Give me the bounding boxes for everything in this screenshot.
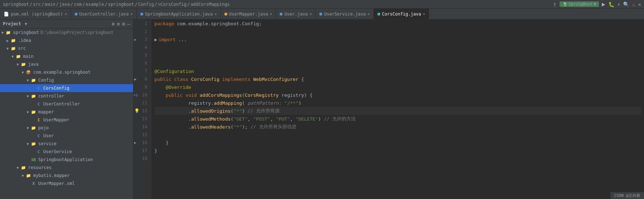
tree-item-17[interactable]: ▼📁resources (0, 164, 133, 172)
breadcrumb-springboot[interactable]: springboot (3, 2, 29, 7)
gutter-bookmark-icon-10[interactable]: @ (136, 93, 137, 97)
tab-usermapper[interactable]: UserMapper.java ✕ (221, 9, 276, 19)
tree-icon-1: 📁 (10, 38, 17, 43)
tree-icon-7: C (35, 86, 42, 91)
close-icon[interactable]: ✕ (638, 1, 641, 7)
tree-item-4[interactable]: ▼📁java (0, 60, 133, 68)
tree-label-9: UserController (43, 101, 80, 107)
breadcrumb-src[interactable]: src (33, 2, 41, 7)
tree-item-3[interactable]: ▼📁main (0, 52, 133, 60)
tree-item-16[interactable]: SBSpringbootApplication (0, 156, 133, 164)
tree-item-14[interactable]: ▼📁service (0, 140, 133, 148)
tree-arrow-3[interactable]: ▼ (10, 55, 15, 59)
dropdown-icon: ▼ (593, 2, 596, 7)
tab-usercont-close[interactable]: ✕ (131, 12, 133, 16)
tree-arrow-6[interactable]: ▼ (25, 78, 30, 82)
tab-usermapper-label: UserMapper.java (229, 12, 268, 17)
breadcrumb-main[interactable]: main (45, 2, 55, 7)
gutter-icons-10: ⊙ @ (133, 93, 138, 97)
gutter-run-icon-10[interactable]: ⊙ (133, 93, 135, 97)
tree-arrow-0[interactable]: ▼ (0, 31, 5, 35)
tree-arrow-17[interactable]: ▼ (15, 166, 20, 170)
tab-usermapper-close[interactable]: ✕ (270, 12, 272, 16)
tab-corsconfig-close[interactable]: ✕ (423, 12, 425, 16)
tree-arrow-18[interactable]: ▼ (20, 174, 25, 178)
sidebar-icon-new[interactable]: ⊕ (111, 21, 114, 27)
str-pattern: "/**" (284, 100, 298, 106)
code-content[interactable]: package com.example.springboot.Config; ▶… (152, 20, 644, 199)
gutter-fold-3[interactable]: ▶ (134, 38, 136, 42)
breadcrumb-com[interactable]: com (74, 2, 82, 7)
search-icon[interactable]: 🔍 (623, 1, 629, 7)
tree-arrow-2[interactable]: ▼ (5, 47, 10, 51)
tab-pom-close[interactable]: ✕ (65, 12, 67, 16)
tab-usercont[interactable]: UserController.java ✕ (71, 9, 137, 19)
gutter-hint-12[interactable]: 💡 (134, 108, 140, 113)
pkg-name: com.example.springboot.Config (177, 21, 259, 26)
paren-11b: ) (298, 100, 301, 106)
tab-springbootapp-close[interactable]: ✕ (215, 12, 217, 16)
profile-icon[interactable]: ⚡ (617, 1, 620, 7)
tab-user[interactable]: User.java ✕ (276, 9, 316, 19)
tree-item-11[interactable]: IUserMapper (0, 116, 133, 124)
sidebar-icon-gear[interactable]: ⚙ (122, 21, 125, 27)
tree-item-19[interactable]: XUserMapper.xml (0, 179, 133, 187)
tab-springbootapp[interactable]: SpringbootApplication.java ✕ (137, 9, 221, 19)
breadcrumb-java[interactable]: java (60, 2, 70, 7)
breadcrumb-corsconfig[interactable]: CorsConfig (161, 2, 187, 7)
tree-arrow-8[interactable]: ▼ (25, 94, 30, 98)
tree-arrow-5[interactable]: ▼ (20, 70, 25, 74)
sidebar-icon-minus[interactable]: — (127, 21, 130, 27)
tree-label-1: .idea (18, 38, 31, 43)
tree-item-15[interactable]: CUserService (0, 148, 133, 156)
comma-13c: , (290, 116, 296, 122)
tab-corsconfig[interactable]: CorsConfig.java ✕ (374, 9, 429, 19)
breadcrumb-example[interactable]: example (86, 2, 104, 7)
line-num-1: 1 (145, 21, 147, 26)
sidebar-icon-collapse[interactable]: ≡ (117, 21, 120, 27)
gutter-run-8[interactable]: ▶ (134, 77, 137, 82)
alert-icon[interactable]: ⚠ (632, 1, 635, 7)
tree-item-18[interactable]: ▼📁mybatis.mapper (0, 172, 133, 179)
tab-userservice[interactable]: UserService.java ✕ (316, 9, 374, 19)
tree-item-8[interactable]: ▼📁controller (0, 92, 133, 100)
tree-arrow-4[interactable]: ▼ (15, 62, 20, 66)
tree-icon-10: 📁 (30, 110, 37, 114)
tab-pom[interactable]: 📄 pom.xml (springBoot) ✕ (0, 9, 71, 19)
tree-label-18: mybatis.mapper (33, 173, 70, 178)
springboot-run-btn[interactable]: 🍃 SpringBoot ▼ (560, 1, 599, 7)
tree-item-2[interactable]: ▼📁src (0, 44, 133, 52)
tree-item-13[interactable]: CUser (0, 132, 133, 140)
indent-14 (154, 124, 188, 130)
tree-item-10[interactable]: ▼📁mapper (0, 108, 133, 116)
tab-corsconfig-dot (377, 13, 380, 16)
gutter-fold-16[interactable]: ▶ (134, 141, 136, 144)
tree-arrow-12[interactable]: ▼ (25, 126, 30, 130)
tree-item-1[interactable]: ▶📁.idea (0, 36, 133, 44)
tab-user-close[interactable]: ✕ (310, 12, 312, 16)
breadcrumb-config[interactable]: Config (138, 2, 154, 7)
breadcrumb-springboot2[interactable]: springboot (108, 2, 134, 7)
springboot-icon: 🍃 (562, 2, 568, 7)
tree-arrow-10[interactable]: ▼ (25, 110, 30, 114)
tree-item-7[interactable]: CCorsConfig (0, 84, 133, 92)
tree-arrow-1[interactable]: ▶ (5, 39, 10, 43)
iface-webmvc: WebMvcConfigurer (253, 77, 301, 82)
tree-arrow-14[interactable]: ▼ (25, 142, 30, 146)
paren-13b: ) (318, 116, 324, 122)
tree-item-6[interactable]: ▼📁Config (0, 76, 133, 84)
tree-item-0[interactable]: ▼📁springboot D:\developProject\springboo… (0, 29, 133, 36)
run-icon[interactable]: ▶ (602, 1, 605, 8)
fold-marker-3[interactable]: ▶ (154, 37, 157, 42)
code-area[interactable]: 1 2 ▶ 3 4 5 6 7 ▶ 8 9 ⊙ @ 10 11 (133, 20, 644, 199)
tree-item-12[interactable]: ▼📁pojo (0, 124, 133, 132)
indent-11 (154, 100, 188, 106)
tree-item-5[interactable]: ▼📦com.example.springboot (0, 68, 133, 76)
debug-icon[interactable]: 🐛 (608, 1, 614, 7)
tree-item-9[interactable]: CUserController (0, 100, 133, 108)
tree-label-11: UserMapper (43, 117, 69, 122)
tree-icon-4: 📁 (20, 62, 27, 67)
breadcrumb-method[interactable]: addCorsMappings (190, 2, 229, 7)
gutter-line-17: 17 (133, 147, 149, 155)
tab-userservice-close[interactable]: ✕ (368, 12, 370, 16)
